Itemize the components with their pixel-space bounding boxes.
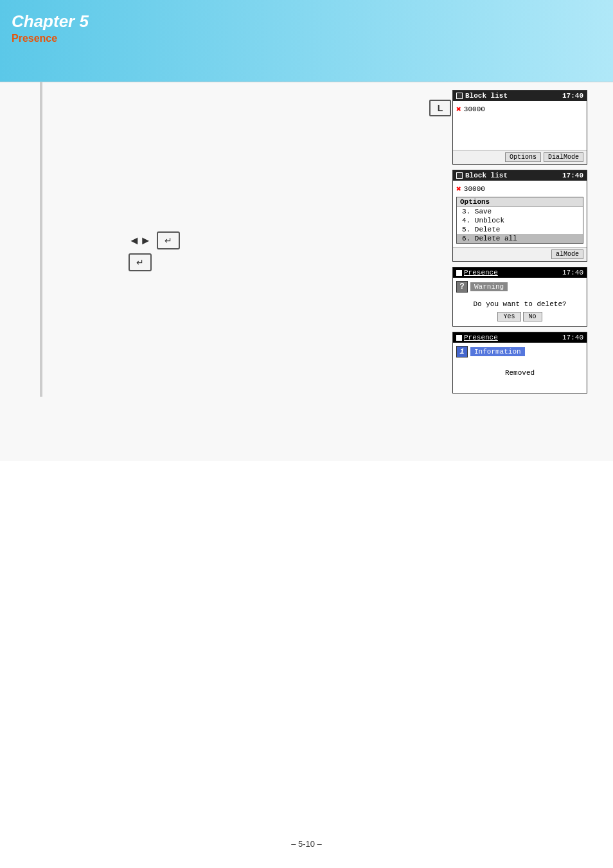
panel1-entry: ✖ 30000 — [456, 103, 583, 116]
panel1-time: 17:40 — [562, 92, 583, 100]
panel-block-list-2: Block list 17:40 ✖ 30000 Options 3. Save… — [452, 170, 587, 262]
panel3-message: Do you want to delete? — [456, 299, 583, 309]
info-label: Information — [470, 347, 525, 356]
enter-symbol-1: ↵ — [164, 235, 172, 246]
panel2-time: 17:40 — [562, 172, 583, 179]
enter-symbol-2: ↵ — [136, 257, 144, 267]
panel2-title: Block list — [465, 172, 508, 179]
chapter-subtitle: Presence — [12, 33, 89, 44]
enter-key-1[interactable]: ↵ — [157, 231, 180, 249]
panel-block-list-1: Block list 17:40 ✖ 30000 Options DialMod… — [452, 90, 587, 165]
dropdown-header: Options — [457, 197, 583, 207]
panel1-dialmode-btn[interactable]: DialMode — [544, 152, 583, 162]
panel1-header: Block list 17:40 — [453, 91, 587, 101]
l-button[interactable]: L — [429, 100, 451, 116]
panel1-options-btn[interactable]: Options — [505, 152, 541, 162]
dropdown-item-save[interactable]: 3. Save — [457, 207, 583, 216]
page-header: Chapter 5 Presence — [0, 0, 613, 82]
panel1-title-row: Block list — [456, 92, 508, 100]
panel2-title-row: Block list — [456, 172, 508, 179]
dropdown-item-delete-all[interactable]: 6. Delete all — [457, 234, 583, 243]
panel4-time: 17:40 — [562, 334, 583, 341]
panel3-header: Presence 17:40 — [453, 267, 587, 278]
panel4-icon — [456, 335, 462, 341]
panel3-icon — [456, 270, 462, 276]
no-button[interactable]: No — [523, 312, 542, 321]
warning-label: Warning — [470, 282, 508, 291]
panel1-title: Block list — [465, 92, 508, 100]
block-icon-2: ✖ — [456, 184, 461, 194]
panel3-title: Presence — [464, 269, 498, 276]
yes-button[interactable]: Yes — [497, 312, 520, 321]
panel3-warning-row: ? Warning — [456, 280, 583, 294]
panel4-title-row: Presence — [456, 334, 498, 341]
nav-arrows-area: ◄► ↵ ↵ — [129, 231, 180, 271]
block-icon: ✖ — [456, 104, 461, 114]
dropdown-item-unblock[interactable]: 4. Unblock — [457, 216, 583, 225]
info-icon: i — [456, 346, 468, 357]
chapter-title: Chapter 5 — [12, 12, 89, 32]
panel-presence-info: Presence 17:40 i Information Removed — [452, 332, 587, 393]
left-right-arrow-icon[interactable]: ◄► — [129, 234, 152, 248]
panel4-body: i Information Removed — [453, 343, 587, 393]
warning-icon: ? — [456, 281, 468, 293]
panel1-number: 30000 — [464, 105, 485, 113]
arrow-row: ◄► ↵ — [129, 231, 180, 249]
dropdown-item-delete[interactable]: 5. Delete — [457, 225, 583, 234]
panel2-almode-btn[interactable]: alMode — [551, 249, 583, 259]
panel-presence-warning: Presence 17:40 ? Warning Do you want to … — [452, 267, 587, 327]
panel4-title: Presence — [464, 334, 498, 341]
panel1-body: ✖ 30000 — [453, 101, 587, 150]
arrow-row-2: ↵ — [129, 253, 152, 271]
panel2-entry: ✖ 30000 — [456, 183, 583, 195]
panel2-body: ✖ 30000 Options 3. Save 4. Unblock 5. De… — [453, 181, 587, 247]
yes-no-row: Yes No — [456, 309, 583, 324]
panel2-header: Block list 17:40 — [453, 170, 587, 181]
panel2-icon — [456, 172, 463, 179]
panel2-footer: alMode — [453, 247, 587, 261]
panel4-message: Removed — [456, 368, 583, 378]
chapter-block: Chapter 5 Presence — [12, 12, 89, 44]
panel2-number: 30000 — [464, 185, 485, 193]
panel3-time: 17:40 — [562, 269, 583, 276]
panel1-footer: Options DialMode — [453, 150, 587, 164]
options-dropdown: Options 3. Save 4. Unblock 5. Delete 6. … — [456, 197, 583, 244]
panel4-info-row: i Information — [456, 345, 583, 359]
panel3-body: ? Warning Do you want to delete? Yes No — [453, 278, 587, 326]
panel4-header: Presence 17:40 — [453, 332, 587, 343]
enter-key-2[interactable]: ↵ — [129, 253, 152, 271]
panel1-icon — [456, 93, 463, 99]
page-number: – 5-10 – — [291, 839, 322, 849]
left-bar — [40, 82, 42, 397]
panel3-title-row: Presence — [456, 269, 498, 276]
panels-area: Block list 17:40 ✖ 30000 Options DialMod… — [452, 90, 594, 393]
